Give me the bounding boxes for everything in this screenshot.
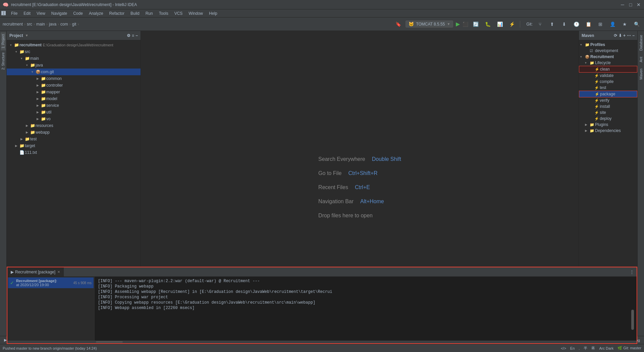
tree-item-com-git[interactable]: ▾ 📦 com.git — [7, 69, 141, 75]
maven-package[interactable]: ⚡ package — [579, 91, 637, 97]
menu-run[interactable]: Run — [143, 10, 156, 16]
tree-item-webapp[interactable]: ▶ 📁 webapp — [7, 129, 141, 136]
maven-plugins[interactable]: ▶ 📁 Plugins — [579, 122, 637, 128]
run-time: 45 s 908 ms — [73, 281, 92, 285]
tree-item-controller[interactable]: ▶ 📁 controller — [7, 82, 141, 89]
maven-download-icon[interactable]: ⬇ — [619, 33, 622, 38]
project-gear-icon[interactable]: ≡ — [132, 33, 134, 38]
project-settings-icon[interactable]: ⚙ — [127, 33, 130, 38]
maven-profiles[interactable]: ▾ 📁 Profiles — [579, 42, 637, 48]
breadcrumb-git[interactable]: git — [72, 22, 76, 27]
config-dropdown-icon[interactable]: ▼ — [447, 22, 450, 26]
stop-button[interactable]: ⬛ — [463, 21, 468, 27]
half-width-label[interactable]: 半 — [584, 346, 587, 351]
breadcrumb-src[interactable]: src — [27, 22, 32, 27]
breadcrumb-com[interactable]: com — [60, 22, 68, 27]
bookmark-button[interactable]: 🔖 — [393, 19, 403, 29]
search-button[interactable]: 🔍 — [632, 19, 641, 29]
menu-help[interactable]: Help — [206, 10, 220, 16]
tree-item-test[interactable]: ▶ 📁 test — [7, 136, 141, 142]
maven-more-icon[interactable]: ⋯ — [627, 33, 631, 38]
menu-tools[interactable]: Tools — [156, 10, 171, 16]
maven-validate[interactable]: ⚡ validate — [579, 73, 637, 79]
menu-build[interactable]: Build — [128, 10, 142, 16]
reload-button[interactable]: 🔄 — [471, 19, 480, 29]
horizontal-scrollbar[interactable] — [96, 341, 123, 343]
push-button[interactable]: ⬆ — [547, 19, 557, 29]
minimize-button[interactable]: ─ — [620, 2, 625, 7]
tree-item-java[interactable]: ▾ 📁 java — [7, 62, 141, 69]
maven-lifecycle[interactable]: ▾ 📁 Lifecycle — [579, 60, 637, 66]
menu-navigate[interactable]: Navigate — [49, 10, 70, 16]
maven-minimize-icon[interactable]: − — [632, 33, 635, 38]
layout-button[interactable]: ⊞ — [596, 19, 605, 29]
maven-dependencies[interactable]: ▶ 📁 Dependencies — [579, 128, 637, 134]
maven-site[interactable]: ⚡ site — [579, 109, 637, 116]
bottom-more-icon[interactable]: ⋮ — [630, 270, 634, 274]
maven-development[interactable]: ☑ development — [579, 48, 637, 54]
git-branch[interactable]: 🌿 Git: master — [618, 346, 641, 350]
profile-button[interactable]: ⚡ — [507, 19, 517, 29]
close-button[interactable]: ✕ — [636, 2, 641, 7]
maven-recruitment[interactable]: ▾ 📦 Recruitment — [579, 54, 637, 60]
maven-install[interactable]: ⚡ install — [579, 103, 637, 109]
menu-edit[interactable]: Edit — [21, 10, 33, 16]
tree-item-mapper[interactable]: ▶ 📁 mapper — [7, 89, 141, 95]
project-tab[interactable]: 1: Project — [1, 32, 6, 50]
tree-item-recruitment[interactable]: ▾ 📁 recruitment E:\Graduation design\Jav… — [7, 42, 141, 48]
maven-clean[interactable]: ⚡ clean — [579, 66, 637, 73]
menu-analyze[interactable]: Analyze — [86, 10, 106, 16]
breadcrumb-main[interactable]: main — [36, 22, 45, 27]
package-icon: 📦 — [35, 69, 41, 75]
separator — [520, 21, 520, 28]
run-config-selector[interactable]: 🐱 TOMCAT 8.5.55 ▼ — [406, 20, 453, 28]
project-dropdown-icon[interactable]: ▼ — [25, 34, 29, 37]
maven-refresh-icon[interactable]: ⟳ — [614, 33, 617, 38]
maximize-button[interactable]: □ — [628, 2, 633, 7]
menu-vcs[interactable]: VCS — [172, 10, 185, 16]
project-minimize-icon[interactable]: − — [136, 33, 138, 38]
breadcrumb-recruitment[interactable]: recruitment — [3, 22, 23, 27]
tree-item-common[interactable]: ▶ 📁 common — [7, 75, 141, 82]
maven-add-icon[interactable]: + — [623, 33, 626, 38]
mapper-folder-icon: 📁 — [40, 89, 46, 95]
coverage-button[interactable]: 📊 — [495, 19, 504, 29]
console-scrollbar[interactable] — [631, 310, 634, 330]
menu-refactor[interactable]: Refactor — [107, 10, 127, 16]
ideographic-label[interactable]: 蒋 — [591, 346, 595, 351]
vcs-button[interactable]: ⑂ — [535, 19, 545, 29]
user-button[interactable]: 👤 — [608, 19, 617, 29]
diff-button[interactable]: 📋 — [584, 19, 593, 29]
tree-item-model[interactable]: ▶ 📁 model — [7, 95, 141, 102]
debug-button[interactable]: 🐛 — [483, 19, 492, 29]
menu-window[interactable]: Window — [186, 10, 206, 16]
run-button[interactable]: ▶ — [456, 21, 460, 27]
maven-deploy[interactable]: ⚡ deploy — [579, 116, 637, 122]
tree-item-util[interactable]: ▶ 📁 util — [7, 109, 141, 116]
structure-tab[interactable]: 2: Structure — [1, 50, 6, 72]
breadcrumb-java[interactable]: java — [49, 22, 56, 27]
maven-test[interactable]: ⚡ test — [579, 85, 637, 91]
bookmark2-button[interactable]: ★ — [620, 19, 629, 29]
maven-compile[interactable]: ⚡ compile — [579, 79, 637, 85]
tree-item-vo[interactable]: ▶ 📁 vo — [7, 116, 141, 122]
pull-button[interactable]: ⬇ — [559, 19, 569, 29]
tree-item-main[interactable]: ▾ 📁 main — [7, 55, 141, 62]
tree-item-resources[interactable]: ▶ 📁 resources — [7, 122, 141, 129]
database-tab[interactable]: Database — [638, 32, 644, 53]
tab-close-icon[interactable]: ✕ — [57, 270, 60, 274]
tree-item-111txt[interactable]: 📄 111.txt — [7, 149, 141, 156]
tree-item-target[interactable]: ▶ 📁 target — [7, 142, 141, 149]
menu-file[interactable]: File — [8, 10, 20, 16]
run-entry[interactable]: ✓ Recruitment [package]: at 2020/12/20 1… — [8, 277, 94, 288]
history-button[interactable]: 🕐 — [572, 19, 581, 29]
menu-code[interactable]: Code — [70, 10, 86, 16]
tree-item-service[interactable]: ▶ 📁 service — [7, 102, 141, 109]
menu-view[interactable]: View — [34, 10, 48, 16]
bottom-tab-package[interactable]: ▶ Recruitment [package] ✕ — [7, 267, 64, 276]
maven-tab[interactable]: Maven — [638, 66, 644, 82]
tree-item-src[interactable]: ▾ 📁 src — [7, 48, 141, 55]
ant-tab[interactable]: Ant — [638, 54, 644, 65]
maven-verify[interactable]: ⚡ verify — [579, 97, 637, 103]
encoding-label[interactable]: En — [570, 346, 575, 350]
